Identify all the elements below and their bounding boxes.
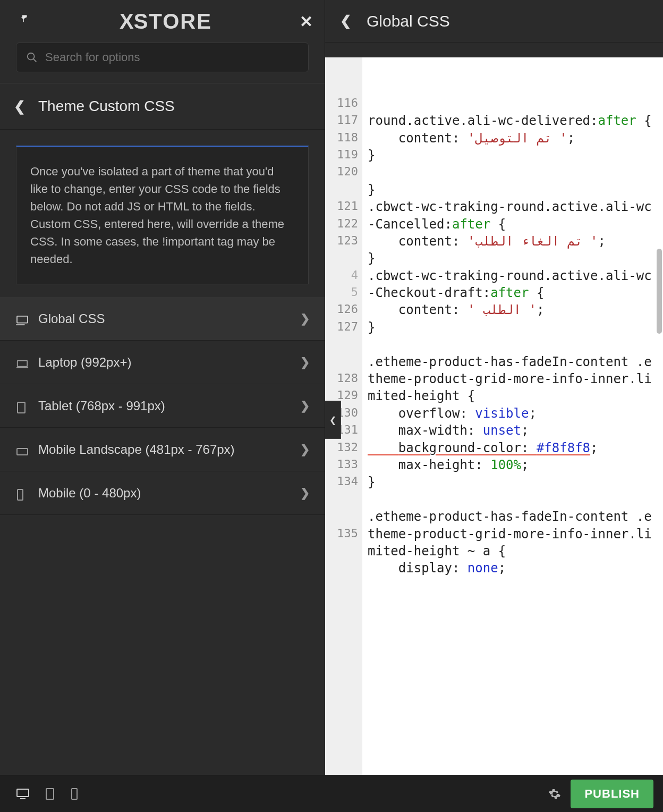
section-description: Once you've isolated a part of theme tha… — [16, 146, 309, 284]
svg-rect-6 — [18, 402, 25, 413]
device-icon — [16, 314, 29, 324]
svg-rect-8 — [18, 489, 23, 500]
svg-rect-9 — [17, 789, 29, 797]
collapse-tab[interactable]: ❮ — [325, 401, 341, 439]
code-line[interactable]: display: none; — [368, 560, 659, 577]
scrollbar-thumb[interactable] — [657, 249, 662, 334]
svg-point-0 — [28, 53, 35, 60]
nav-item-label: Mobile (0 - 480px) — [38, 486, 141, 501]
svg-rect-4 — [18, 360, 27, 366]
section-title: Theme Custom CSS — [38, 98, 175, 115]
chevron-right-icon: ❯ — [300, 486, 310, 500]
nav-item-label: Tablet (768px - 991px) — [38, 399, 165, 413]
code-line[interactable]: max-height: 100%; — [368, 456, 659, 473]
nav-item-mobile-landscape-481px-767px[interactable]: Mobile Landscape (481px - 767px)❯ — [0, 428, 325, 471]
nav-item-tablet-768px-991px[interactable]: Tablet (768px - 991px)❯ — [0, 384, 325, 428]
svg-line-1 — [33, 59, 37, 62]
code-line[interactable]: round.active.ali-wc-delivered:after { — [368, 112, 659, 129]
code-line[interactable]: content: ' الطلب '; — [368, 301, 659, 318]
code-editor[interactable]: 1161171181191201211221234512612712812913… — [325, 57, 663, 775]
device-icon — [16, 401, 29, 411]
chevron-right-icon: ❯ — [300, 443, 310, 456]
nav-item-global-css[interactable]: Global CSS❯ — [0, 297, 325, 341]
device-desktop-icon[interactable] — [16, 788, 30, 800]
svg-rect-2 — [17, 316, 28, 323]
gear-icon[interactable] — [548, 788, 561, 800]
code-line[interactable]: .cbwct-wc-traking-round.active.ali-wc-Ch… — [368, 267, 659, 302]
code-line[interactable]: } — [368, 147, 659, 164]
nav-item-label: Mobile Landscape (481px - 767px) — [38, 442, 235, 457]
right-back-icon[interactable]: ❮ — [340, 13, 352, 29]
search-icon — [26, 52, 38, 63]
chevron-left-icon: ❮ — [329, 415, 336, 425]
code-line[interactable]: } — [368, 250, 659, 267]
nav-item-label: Global CSS — [38, 311, 105, 326]
chevron-right-icon: ❯ — [300, 312, 310, 326]
section-back-row[interactable]: ❮ Theme Custom CSS — [0, 83, 325, 130]
code-line[interactable]: background-color: #f8f8f8; — [368, 439, 659, 456]
pin-icon[interactable] — [16, 13, 32, 29]
code-line[interactable]: } — [368, 181, 659, 198]
chevron-right-icon: ❯ — [300, 399, 310, 413]
sidebar-header: XXSTORESTORE ✕ — [0, 0, 325, 43]
code-line[interactable]: content: 'تم الغاء الطلب '; — [368, 233, 659, 250]
right-title: Global CSS — [367, 12, 450, 30]
svg-rect-12 — [72, 789, 77, 799]
nav-item-laptop-992px[interactable]: Laptop (992px+)❯ — [0, 341, 325, 384]
code-line[interactable]: } — [368, 473, 659, 490]
device-icon — [16, 488, 29, 498]
code-line[interactable]: .etheme-product-has-fadeIn-content .ethe… — [368, 508, 659, 560]
code-line[interactable] — [368, 336, 659, 353]
device-tablet-icon[interactable] — [45, 788, 55, 800]
code-line[interactable]: overflow: visible; — [368, 405, 659, 422]
code-line[interactable]: } — [368, 319, 659, 336]
nav-item-mobile-0-480px[interactable]: Mobile (0 - 480px)❯ — [0, 471, 325, 515]
code-line[interactable]: .etheme-product-has-fadeIn-content .ethe… — [368, 353, 659, 405]
svg-rect-7 — [17, 449, 28, 455]
nav-item-label: Laptop (992px+) — [38, 355, 131, 370]
chevron-left-icon: ❮ — [14, 98, 26, 115]
nav-list: Global CSS❯Laptop (992px+)❯Tablet (768px… — [0, 297, 325, 515]
right-pane: ❮ Global CSS 116117118119120121122123451… — [325, 0, 663, 775]
device-icon — [16, 445, 29, 454]
device-icon — [16, 358, 29, 367]
editor-code[interactable]: round.active.ali-wc-delivered:after { co… — [362, 57, 663, 775]
code-line[interactable]: .cbwct-wc-traking-round.active.ali-wc-Ca… — [368, 198, 659, 233]
logo: XXSTORESTORE — [120, 10, 212, 33]
svg-rect-11 — [46, 789, 54, 799]
close-icon[interactable]: ✕ — [300, 12, 313, 31]
search-input[interactable] — [45, 50, 299, 64]
search-box[interactable] — [16, 43, 309, 72]
chevron-right-icon: ❯ — [300, 356, 310, 369]
code-line[interactable] — [368, 491, 659, 508]
device-mobile-icon[interactable] — [70, 788, 79, 800]
code-line[interactable]: max-width: unset; — [368, 422, 659, 439]
code-line[interactable]: content: 'تم التوصيل '; — [368, 130, 659, 147]
right-header: ❮ Global CSS — [325, 0, 663, 43]
publish-button[interactable]: PUBLISH — [571, 780, 653, 808]
footer: PUBLISH — [0, 775, 663, 812]
code-line[interactable] — [368, 164, 659, 181]
sidebar: XXSTORESTORE ✕ ❮ Theme Custom CSS Once y… — [0, 0, 325, 775]
